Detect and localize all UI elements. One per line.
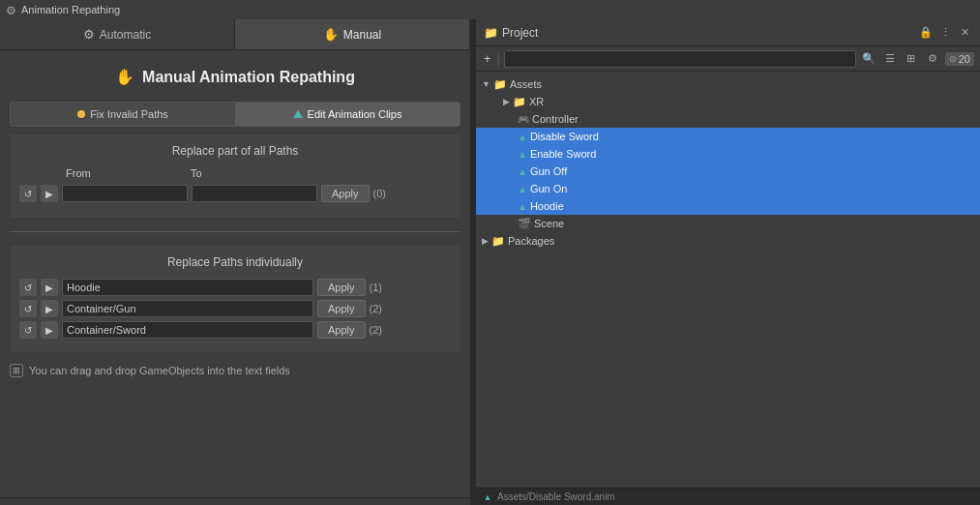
enable-sword-anim-icon: ▲	[518, 149, 527, 160]
xr-folder-icon: 📁	[513, 96, 526, 108]
xr-label: XR	[529, 96, 544, 107]
tab-automatic[interactable]: ⚙ Automatic	[0, 19, 235, 49]
scene-icon: 🎬	[518, 218, 531, 230]
gun-on-anim-icon: ▲	[518, 184, 527, 194]
tree-item-gun-on[interactable]: ▲ Gun On	[476, 180, 980, 197]
main-layout: ⚙ Automatic ✋ Manual ✋ Manual Animation …	[0, 19, 980, 505]
path-row-container-sword: ↺ ▶ Apply (2)	[19, 321, 451, 339]
refresh-all-button[interactable]: ↺	[19, 185, 37, 202]
apply-hoodie-button[interactable]: Apply	[317, 279, 366, 296]
left-panel: ⚙ Automatic ✋ Manual ✋ Manual Animation …	[0, 19, 471, 505]
grid-icon[interactable]: ⊞	[903, 50, 920, 68]
play-sword-button[interactable]: ▶	[41, 321, 58, 339]
left-scroll-area[interactable]	[0, 497, 470, 505]
replace-all-section: Replace part of all Paths From To ↺ ▶ Ap…	[10, 134, 460, 218]
project-toolbar: + | 🔍 ☰ ⊞ ⚙ ⊙ 20	[476, 46, 980, 72]
packages-chevron: ▶	[482, 236, 489, 246]
apply-all-button[interactable]: Apply	[321, 185, 370, 202]
packages-label: Packages	[508, 235, 554, 247]
tab-manual-label: Manual	[343, 28, 381, 42]
divider-1	[10, 231, 460, 232]
fix-invalid-dot	[77, 110, 85, 118]
tree-item-assets[interactable]: ▼ 📁 Assets	[476, 75, 980, 93]
controller-icon: 🎮	[518, 114, 529, 125]
tab-automatic-label: Automatic	[100, 28, 151, 42]
assets-folder-icon: 📁	[493, 78, 507, 91]
status-text: Assets/Disable Sword.anim	[497, 491, 615, 502]
replace-individual-section: Replace Paths individually ↺ ▶ Apply (1)…	[10, 246, 460, 352]
gun-count: (2)	[370, 303, 382, 314]
info-icon: ⊞	[10, 364, 23, 377]
panel-content: ✋ Manual Animation Repathing Fix Invalid…	[0, 50, 470, 497]
gun-off-label: Gun Off	[530, 165, 567, 177]
sub-tab-fix-invalid[interactable]: Fix Invalid Paths	[11, 103, 235, 126]
settings-icon[interactable]: ⚙	[924, 50, 941, 68]
info-text-row: ⊞ You can drag and drop GameObjects into…	[10, 360, 460, 381]
tree-item-enable-sword[interactable]: ▲ Enable Sword	[476, 145, 980, 163]
automatic-icon: ⚙	[83, 27, 95, 42]
lock-icon[interactable]: 🔒	[918, 25, 934, 41]
path-row-hoodie: ↺ ▶ Apply (1)	[19, 279, 451, 296]
apply-gun-button[interactable]: Apply	[317, 300, 366, 317]
container-sword-path-input[interactable]	[62, 321, 313, 339]
project-header-icons: 🔒 ⋮ ✕	[918, 25, 972, 41]
add-button[interactable]: +	[482, 51, 493, 66]
replace-all-input-row: ↺ ▶ Apply (0)	[19, 185, 451, 202]
file-tree: ▼ 📁 Assets ▶ 📁 XR 🎮 Controller ▲ Disable	[476, 72, 980, 488]
tree-item-packages[interactable]: ▶ 📁 Packages	[476, 232, 980, 250]
kebab-icon[interactable]: ⋮	[937, 25, 953, 41]
edit-clips-triangle	[293, 110, 303, 118]
tab-bar: ⚙ Automatic ✋ Manual	[0, 19, 470, 50]
close-right-icon[interactable]: ✕	[957, 25, 972, 41]
refresh-gun-button[interactable]: ↺	[19, 300, 37, 317]
tree-item-disable-sword[interactable]: ▲ Disable Sword	[476, 128, 980, 145]
replace-individual-title: Replace Paths individually	[19, 255, 451, 269]
replace-all-count: (0)	[373, 188, 386, 199]
sub-tab-edit-clips[interactable]: Edit Animation Clips	[235, 103, 460, 126]
play-hoodie-button[interactable]: ▶	[41, 279, 58, 296]
search-icon[interactable]: 🔍	[860, 50, 877, 68]
tab-manual[interactable]: ✋ Manual	[235, 19, 470, 49]
info-text: You can drag and drop GameObjects into t…	[29, 365, 290, 376]
window-icon: ⚙	[6, 4, 17, 15]
tree-item-xr[interactable]: ▶ 📁 XR	[476, 93, 980, 110]
controller-label: Controller	[532, 113, 579, 125]
play-gun-button[interactable]: ▶	[41, 300, 58, 317]
xr-chevron: ▶	[503, 97, 510, 106]
path-row-container-gun: ↺ ▶ Apply (2)	[19, 300, 451, 317]
disable-sword-label: Disable Sword	[530, 131, 599, 142]
apply-sword-button[interactable]: Apply	[317, 321, 366, 339]
replace-headers-row: From To	[19, 167, 451, 179]
filter-icon[interactable]: ☰	[881, 50, 899, 68]
hoodie-path-input[interactable]	[62, 279, 313, 296]
gun-on-label: Gun On	[530, 183, 568, 194]
from-input[interactable]	[62, 185, 188, 202]
tree-item-hoodie[interactable]: ▲ Hoodie	[476, 197, 980, 215]
sub-tab-edit-clips-label: Edit Animation Clips	[308, 108, 402, 120]
sword-count: (2)	[370, 324, 382, 336]
status-anim-icon: ▲	[482, 491, 493, 503]
assets-label: Assets	[510, 78, 542, 90]
window-title: Animation Repathing	[21, 4, 120, 15]
toolbar-divider: |	[497, 51, 501, 67]
hoodie-anim-icon: ▲	[518, 201, 527, 212]
project-search-input[interactable]	[504, 50, 856, 68]
packages-folder-icon: 📁	[491, 235, 505, 248]
replace-all-title: Replace part of all Paths	[19, 144, 451, 158]
hoodie-label: Hoodie	[530, 200, 564, 212]
status-bar: ▲ Assets/Disable Sword.anim	[476, 488, 980, 505]
panel-title: ✋ Manual Animation Repathing	[10, 60, 460, 94]
play-all-button[interactable]: ▶	[41, 185, 58, 202]
sub-tab-bar: Fix Invalid Paths Edit Animation Clips	[10, 102, 460, 127]
panel-title-text: Manual Animation Repathing	[142, 69, 355, 86]
refresh-hoodie-button[interactable]: ↺	[19, 279, 37, 296]
tree-item-gun-off[interactable]: ▲ Gun Off	[476, 163, 980, 180]
tree-item-scene[interactable]: 🎬 Scene	[476, 215, 980, 232]
refresh-sword-button[interactable]: ↺	[19, 321, 37, 339]
to-input[interactable]	[192, 185, 317, 202]
manual-icon: ✋	[323, 27, 339, 42]
to-header: To	[191, 167, 215, 179]
tree-item-controller[interactable]: 🎮 Controller	[476, 110, 980, 128]
container-gun-path-input[interactable]	[62, 300, 313, 317]
folder-icon: 📁	[484, 26, 498, 40]
